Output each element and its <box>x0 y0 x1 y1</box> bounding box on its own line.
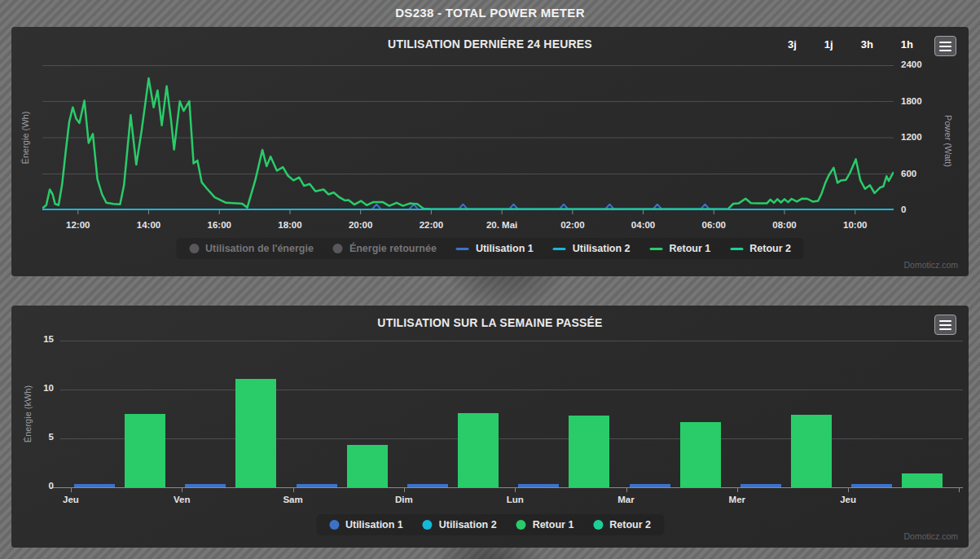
x-axis-tick-label: 16:00 <box>191 220 248 230</box>
page-title: DS238 - TOTAL POWER METER <box>395 6 585 20</box>
legend-item-retour-2[interactable]: Retour 2 <box>593 519 651 530</box>
bar-utilisation1-jeu-0 <box>74 484 115 487</box>
legend-item-utilisation-de-l-nergie[interactable]: Utilisation de l'énergie <box>189 243 314 254</box>
y-axis-tick-label: 1800 <box>901 96 922 106</box>
x-axis-category-label: Mer <box>709 495 766 504</box>
legend-item-utilisation-1[interactable]: Utilisation 1 <box>329 519 403 530</box>
chart2-title: UTILISATION SUR LA SEMAINE PASSÉE <box>11 316 969 329</box>
y-axis-tick-label: 600 <box>901 169 916 178</box>
legend-label: Retour 1 <box>670 243 711 254</box>
bar-retour1-ven-1 <box>235 379 276 487</box>
legend-item-retour-2[interactable]: Retour 2 <box>730 243 791 254</box>
legend-line-icon <box>553 248 566 250</box>
legend-circle-icon <box>516 520 526 530</box>
x-axis-tick-label: 12:00 <box>50 220 107 230</box>
bar-retour1-mer-6 <box>791 415 832 487</box>
x-axis-tick-label: 20:00 <box>332 220 389 230</box>
bar-utilisation1-mar-5 <box>630 484 670 487</box>
legend-item-retour-1[interactable]: Retour 1 <box>516 519 574 530</box>
bar-utilisation1-ven-1 <box>185 484 226 487</box>
legend-item-retour-1[interactable]: Retour 1 <box>650 243 711 254</box>
legend-label: Utilisation 2 <box>439 519 497 530</box>
y-axis-tick-label: 15 <box>26 334 54 344</box>
legend-item-utilisation-2[interactable]: Utilisation 2 <box>423 519 497 530</box>
bar-utilisation1-jeu-7 <box>851 484 892 487</box>
y-axis-tick-label: 10 <box>26 383 54 393</box>
x-axis-category-label: Lun <box>486 495 543 504</box>
x-axis-category-label: Mar <box>598 495 655 504</box>
legend-circle-icon <box>593 520 603 530</box>
legend-label: Retour 2 <box>609 519 651 530</box>
gridline <box>60 341 963 341</box>
chart2-legend: Utilisation 1Utilisation 2Retour 1Retour… <box>316 514 664 535</box>
legend-label: Retour 2 <box>749 243 791 254</box>
hamburger-icon <box>939 324 951 326</box>
bar-utilisation1-sam-2 <box>297 484 337 487</box>
x-axis-tick <box>71 488 72 492</box>
chart2-context-menu-button[interactable] <box>934 315 956 335</box>
x-axis-tick <box>293 488 294 492</box>
x-axis-tick-label: 10:00 <box>827 220 884 230</box>
hamburger-icon <box>939 42 951 43</box>
y-axis-tick-label: 2400 <box>901 59 922 69</box>
legend-label: Utilisation 2 <box>573 243 631 254</box>
bar-retour1-sam-2 <box>347 445 388 487</box>
x-axis-line <box>51 487 963 488</box>
weekly-usage-plot-area <box>60 341 963 492</box>
x-axis-tick <box>737 488 738 492</box>
range-button-3h[interactable]: 3h <box>858 37 877 52</box>
bar-retour1-jeu-7 <box>902 473 943 487</box>
range-selector: 3j1j3h1h <box>784 37 916 52</box>
legend-item-utilisation-2[interactable]: Utilisation 2 <box>553 243 631 254</box>
daily-usage-chart-panel: UTILISATION DERNIÈRE 24 HEURES 3j1j3h1h … <box>11 27 969 276</box>
range-button-1h[interactable]: 1h <box>898 37 916 52</box>
hamburger-icon <box>939 328 951 330</box>
x-axis-tick <box>626 488 627 492</box>
y-axis-tick-label: 0 <box>901 205 906 214</box>
bar-retour1-jeu-0 <box>125 414 165 487</box>
bar-utilisation1-mer-6 <box>740 484 781 487</box>
y-axis-tick-label: 0 <box>26 481 54 491</box>
weekly-usage-chart-panel: UTILISATION SUR LA SEMAINE PASSÉE Énergi… <box>11 306 969 548</box>
daily-usage-plot-area <box>42 65 894 215</box>
legend-circle-icon <box>329 520 339 530</box>
x-axis-tick-label: 02:00 <box>544 220 601 230</box>
legend-circle-icon <box>423 520 433 530</box>
x-axis-category-label: Sam <box>265 495 322 504</box>
x-axis-tick-label: 22:00 <box>402 220 459 230</box>
y-axis-tick-label: 5 <box>26 432 54 442</box>
domoticz-watermark: Domoticz.com <box>903 260 958 270</box>
legend-circle-icon <box>333 244 343 253</box>
gridline <box>60 390 963 390</box>
range-button-1j[interactable]: 1j <box>821 37 837 52</box>
x-axis-tick-label: 18:00 <box>261 220 319 230</box>
legend-label: Énergie retournée <box>349 243 437 254</box>
legend-line-icon <box>650 248 663 250</box>
page: { "page": { "header_title": "DS238 - TOT… <box>0 0 980 559</box>
x-axis-tick <box>182 488 182 492</box>
domoticz-watermark: Domoticz.com <box>903 531 958 541</box>
bar-retour1-dim-3 <box>458 413 499 487</box>
chart1-left-axis-title: Énergie (Wh) <box>20 112 30 165</box>
x-axis-tick-label: 08:00 <box>756 220 813 230</box>
page-header: DS238 - TOTAL POWER METER <box>0 0 980 25</box>
legend-item-utilisation-1[interactable]: Utilisation 1 <box>456 243 534 254</box>
x-axis-category-label: Ven <box>153 495 210 504</box>
legend-label: Utilisation 1 <box>476 243 534 254</box>
legend-item--nergie-retourn-e[interactable]: Énergie retournée <box>333 243 437 254</box>
x-axis-tick <box>959 488 960 492</box>
bar-retour1-mar-5 <box>680 422 721 487</box>
hamburger-icon <box>939 50 951 51</box>
chart1-context-menu-button[interactable] <box>934 36 956 56</box>
y-axis-tick-label: 1200 <box>901 132 922 142</box>
legend-circle-icon <box>189 244 199 253</box>
legend-line-icon <box>730 248 743 250</box>
x-axis-tick-label: 06:00 <box>685 220 742 230</box>
hamburger-icon <box>939 46 951 47</box>
x-axis-tick <box>515 488 516 492</box>
chart1-legend: Utilisation de l'énergieÉnergie retourné… <box>176 238 804 259</box>
range-button-3j[interactable]: 3j <box>784 37 800 52</box>
x-axis-tick-label: 20. Mai <box>473 220 530 230</box>
x-axis-tick <box>404 488 405 492</box>
bar-utilisation1-dim-3 <box>407 484 448 487</box>
